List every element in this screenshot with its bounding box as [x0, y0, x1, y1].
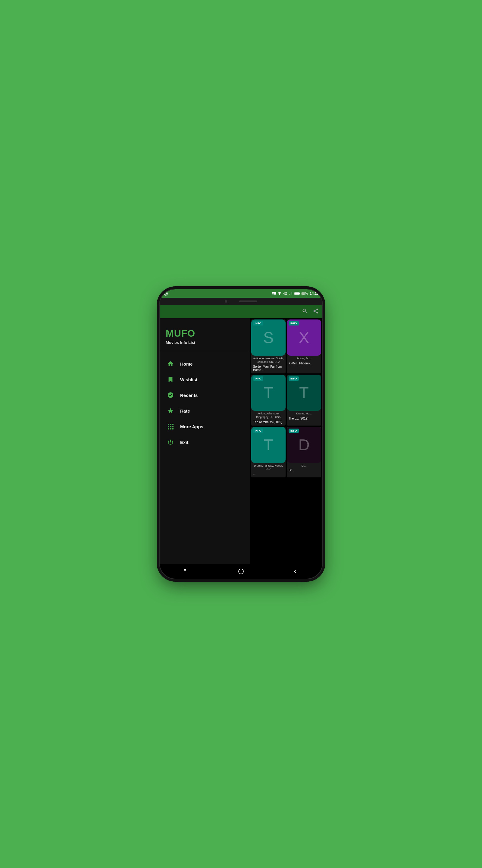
recents-button[interactable] — [182, 567, 192, 576]
battery-percent: 98% — [301, 292, 308, 296]
toolbar-icons — [302, 308, 319, 315]
svg-rect-3 — [289, 294, 289, 295]
movie-genres-1: Action, Adventure, Sci-Fi, Germany, UK, … — [251, 355, 286, 364]
movie-thumb-2: X INFO — [287, 319, 321, 355]
svg-point-12 — [238, 569, 244, 574]
movie-genres-3: Action, Adventure, Biography, UK, USA — [251, 411, 286, 420]
app-subtitle: Movies Info List — [166, 340, 244, 345]
battery-icon — [294, 292, 300, 296]
info-badge-4: INFO — [289, 376, 299, 381]
movie-genres-2: Action, Sci... — [287, 355, 321, 361]
notch-area — [160, 298, 322, 305]
movie-genres-4: Drama, Ho... — [287, 411, 321, 416]
status-right: 4G 98% 14.19 — [272, 291, 319, 296]
movie-genres-5: Drama, Fantasy, Horror, USA — [251, 463, 286, 472]
power-icon — [167, 438, 174, 446]
nav-item-more-apps[interactable]: More Apps — [160, 418, 250, 434]
phone-frame: 4G 98% 14.19 — [160, 289, 322, 579]
camera-dot — [225, 300, 227, 303]
drawer-header: MUFO Movies Info List — [160, 318, 250, 351]
recents-nav-icon — [184, 568, 190, 575]
info-badge-6: INFO — [289, 429, 299, 433]
movie-thumb-1: S INFO — [251, 319, 286, 355]
info-badge-3: INFO — [253, 376, 263, 381]
svg-rect-4 — [290, 293, 290, 295]
search-icon[interactable] — [302, 308, 308, 315]
nav-label-wishlist: Wishlist — [180, 377, 197, 382]
app-title: MUFO — [166, 328, 244, 339]
nav-label-more-apps: More Apps — [180, 424, 203, 429]
status-bar: 4G 98% 14.19 — [160, 289, 322, 298]
camera-app-icon — [163, 291, 168, 296]
movie-thumb-5: T INFO — [251, 427, 286, 463]
home-icon — [167, 360, 174, 367]
svg-point-2 — [165, 293, 166, 294]
status-left — [163, 291, 168, 296]
info-badge-2: INFO — [289, 321, 299, 326]
signal-icon — [289, 291, 293, 296]
movie-card-5[interactable]: T INFO Drama, Fantasy, Horror, USA ... — [251, 427, 286, 477]
svg-rect-5 — [291, 293, 291, 296]
movie-genres-6: Dr... — [287, 463, 321, 468]
nav-items: Home Wishlist — [160, 351, 250, 564]
movie-title-2: X-Men: Phoenix... — [287, 361, 321, 367]
nav-item-wishlist[interactable]: Wishlist — [160, 372, 250, 387]
back-nav-icon — [292, 568, 298, 575]
movie-title-3: The Aeronauts (2019) — [251, 420, 286, 426]
movie-title-5: ... — [251, 472, 286, 477]
home-nav-icon — [238, 568, 244, 575]
nav-label-exit: Exit — [180, 440, 189, 445]
main-area: MUFO Movies Info List Home — [160, 318, 322, 564]
time-display: 14.19 — [310, 291, 319, 296]
network-indicator: 4G — [283, 292, 287, 296]
movie-card-1[interactable]: S INFO Action, Adventure, Sci-Fi, German… — [251, 319, 286, 373]
wifi-icon — [278, 291, 282, 296]
nav-item-recents[interactable]: Recents — [160, 387, 250, 403]
svg-rect-6 — [292, 292, 292, 295]
cast-icon — [272, 291, 276, 296]
movie-card-2[interactable]: X INFO Action, Sci... X-Men: Phoenix... — [287, 319, 321, 373]
nav-item-exit[interactable]: Exit — [160, 434, 250, 450]
movie-card-3[interactable]: T INFO Action, Adventure, Biography, UK,… — [251, 375, 286, 425]
speaker — [239, 301, 257, 302]
app-toolbar — [160, 305, 322, 318]
nav-drawer: MUFO Movies Info List Home — [160, 318, 250, 564]
movie-title-1: Spider-Man: Far from Home ... — [251, 364, 286, 373]
nav-item-rate[interactable]: Rate — [160, 403, 250, 418]
movie-title-6: Dr... — [287, 468, 321, 474]
nav-label-rate: Rate — [180, 408, 190, 413]
bottom-nav — [160, 564, 322, 579]
phone-screen: 4G 98% 14.19 — [160, 289, 322, 579]
nav-label-recents: Recents — [180, 393, 198, 398]
info-badge-5: INFO — [253, 429, 263, 433]
check-circle-icon — [167, 392, 174, 399]
movie-card-6[interactable]: D INFO Dr... Dr... — [287, 427, 321, 477]
svg-rect-8 — [299, 293, 300, 294]
svg-rect-9 — [294, 292, 299, 295]
grid-icon — [167, 423, 174, 430]
movie-thumb-3: T INFO — [251, 375, 286, 411]
content-area: S INFO Action, Adventure, Sci-Fi, German… — [250, 318, 322, 564]
info-badge-1: INFO — [253, 321, 263, 326]
screen-content: MUFO Movies Info List Home — [160, 305, 322, 579]
movie-card-4[interactable]: T INFO Drama, Ho... The L... (2019) — [287, 375, 321, 425]
nav-label-home: Home — [180, 361, 193, 367]
home-button[interactable] — [236, 567, 246, 576]
back-button[interactable] — [290, 567, 300, 576]
movie-thumb-4: T INFO — [287, 375, 321, 411]
nav-item-home[interactable]: Home — [160, 356, 250, 372]
bookmark-icon — [167, 376, 174, 383]
star-icon — [167, 407, 174, 414]
movies-grid: S INFO Action, Adventure, Sci-Fi, German… — [250, 318, 322, 478]
share-icon[interactable] — [313, 308, 319, 315]
movie-thumb-6: D INFO — [287, 427, 321, 463]
movie-title-4: The L... (2019) — [287, 416, 321, 422]
